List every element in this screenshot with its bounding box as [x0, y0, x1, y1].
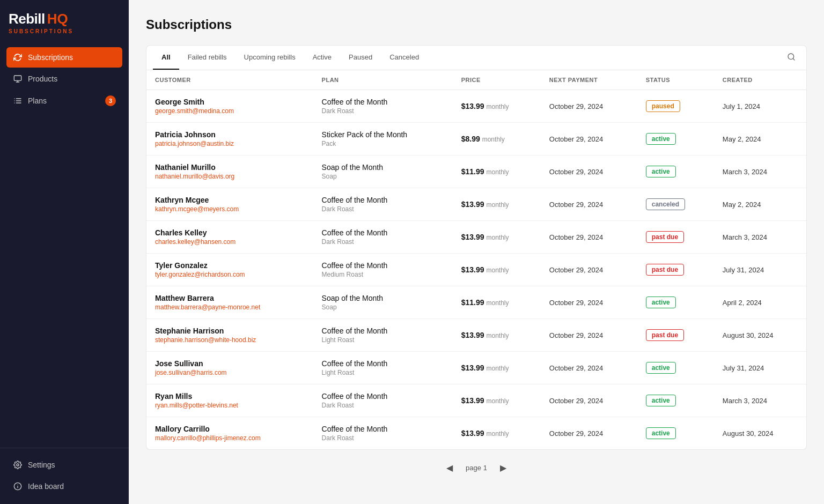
- table-row[interactable]: Mallory Carrillo mallory.carrillo@philli…: [146, 417, 806, 450]
- customer-name: Kathryn Mcgee: [155, 196, 305, 204]
- col-plan: PLAN: [313, 70, 453, 90]
- table-row[interactable]: Kathryn Mcgee kathryn.mcgee@meyers.com C…: [146, 188, 806, 221]
- plan-variant: Dark Roast: [322, 205, 444, 213]
- next-payment: October 29, 2024: [541, 417, 637, 450]
- price-period: monthly: [486, 397, 509, 405]
- plan-name: Coffee of the Month: [322, 261, 444, 270]
- status-badge: past due: [646, 264, 684, 276]
- customer-name: George Smith: [155, 98, 305, 106]
- tab-paused[interactable]: Paused: [340, 46, 381, 70]
- customer-name: Mallory Carrillo: [155, 425, 305, 433]
- table-row[interactable]: Nathaniel Murillo nathaniel.murillo@davi…: [146, 155, 806, 188]
- plan-variant: Light Roast: [322, 369, 444, 376]
- customer-name: Matthew Barrera: [155, 294, 305, 302]
- next-payment: October 29, 2024: [541, 90, 637, 123]
- col-status: STATUS: [637, 70, 714, 90]
- logo: Rebill HQ SUBSCRIPTIONS: [0, 0, 129, 43]
- price-period: monthly: [486, 365, 509, 372]
- status-badge: active: [646, 395, 676, 406]
- status-badge: past due: [646, 231, 684, 243]
- price: $8.99: [461, 135, 480, 143]
- price-period: monthly: [486, 234, 509, 241]
- next-payment: October 29, 2024: [541, 155, 637, 188]
- customer-name: Ryan Mills: [155, 392, 305, 401]
- sidebar-item-products[interactable]: Products: [6, 69, 122, 89]
- price: $13.99: [461, 331, 484, 339]
- tab-all[interactable]: All: [153, 46, 179, 70]
- created-date: April 2, 2024: [714, 286, 806, 319]
- price-period: monthly: [486, 332, 509, 339]
- plan-variant: Dark Roast: [322, 238, 444, 246]
- price-period: monthly: [486, 266, 509, 274]
- sidebar-item-subscriptions[interactable]: Subscriptions: [6, 47, 122, 68]
- table-row[interactable]: George Smith george.smith@medina.com Cof…: [146, 90, 806, 123]
- price-period: monthly: [486, 201, 509, 209]
- customer-email: charles.kelley@hansen.com: [155, 238, 305, 246]
- plan-variant: Light Roast: [322, 336, 444, 344]
- price: $13.99: [461, 265, 484, 274]
- sidebar-item-settings-label: Settings: [28, 461, 55, 469]
- created-date: August 30, 2024: [714, 417, 806, 450]
- next-page-button[interactable]: ▶: [496, 461, 511, 475]
- table-row[interactable]: Tyler Gonzalez tyler.gonzalez@richardson…: [146, 254, 806, 286]
- customer-name: Jose Sullivan: [155, 359, 305, 368]
- customer-name: Charles Kelley: [155, 228, 305, 237]
- col-next-payment: NEXT PAYMENT: [541, 70, 637, 90]
- main-content: Subscriptions All Failed rebills Upcomin…: [129, 0, 824, 504]
- svg-rect-0: [14, 76, 21, 80]
- subscriptions-table: CUSTOMER PLAN PRICE NEXT PAYMENT STATUS …: [146, 70, 807, 450]
- tab-canceled[interactable]: Canceled: [381, 46, 428, 70]
- table-row[interactable]: Charles Kelley charles.kelley@hansen.com…: [146, 221, 806, 254]
- plan-variant: Dark Roast: [322, 107, 444, 115]
- price-period: monthly: [486, 103, 509, 110]
- price: $11.99: [461, 298, 484, 307]
- customer-email: patricia.johnson@austin.biz: [155, 140, 305, 147]
- table-row[interactable]: Matthew Barrera matthew.barrera@payne-mo…: [146, 286, 806, 319]
- tab-active[interactable]: Active: [304, 46, 340, 70]
- sidebar-item-idea-board[interactable]: Idea board: [6, 476, 122, 496]
- sidebar-item-settings[interactable]: Settings: [6, 455, 122, 475]
- col-customer: CUSTOMER: [146, 70, 313, 90]
- customer-email: ryan.mills@potter-blevins.net: [155, 402, 305, 409]
- plans-badge: 3: [105, 95, 116, 106]
- customer-email: matthew.barrera@payne-monroe.net: [155, 303, 305, 311]
- plan-name: Coffee of the Month: [322, 327, 444, 335]
- plan-name: Coffee of the Month: [322, 228, 444, 237]
- plan-variant: Dark Roast: [322, 402, 444, 409]
- sidebar-item-idea-board-label: Idea board: [28, 482, 64, 491]
- table-row[interactable]: Ryan Mills ryan.mills@potter-blevins.net…: [146, 384, 806, 417]
- search-icon: [787, 53, 796, 61]
- sidebar-item-plans[interactable]: Plans 3: [6, 90, 122, 112]
- price-period: monthly: [482, 136, 505, 143]
- prev-page-button[interactable]: ◀: [442, 461, 457, 475]
- table-row[interactable]: Stephanie Harrison stephanie.harrison@wh…: [146, 319, 806, 352]
- search-button[interactable]: [783, 48, 800, 67]
- box-icon: [13, 74, 23, 84]
- next-payment: October 29, 2024: [541, 384, 637, 417]
- status-badge: active: [646, 427, 676, 439]
- created-date: August 30, 2024: [714, 319, 806, 352]
- logo-hq: HQ: [47, 11, 68, 27]
- plan-variant: Dark Roast: [322, 434, 444, 442]
- created-date: March 3, 2024: [714, 221, 806, 254]
- plan-variant: Soap: [322, 303, 444, 311]
- next-payment: October 29, 2024: [541, 319, 637, 352]
- plan-name: Coffee of the Month: [322, 196, 444, 204]
- price: $13.99: [461, 102, 484, 110]
- gear-icon: [13, 460, 23, 470]
- svg-line-14: [793, 58, 794, 60]
- price: $13.99: [461, 233, 484, 241]
- status-badge: active: [646, 297, 676, 308]
- col-created: CREATED: [714, 70, 806, 90]
- customer-email: nathaniel.murillo@davis.org: [155, 173, 305, 180]
- refresh-icon: [13, 53, 23, 62]
- tab-upcoming-rebills[interactable]: Upcoming rebills: [236, 46, 304, 70]
- table-header-row: CUSTOMER PLAN PRICE NEXT PAYMENT STATUS …: [146, 70, 806, 90]
- pagination: ◀ page 1 ▶: [146, 450, 807, 486]
- table-row[interactable]: Jose Sullivan jose.sullivan@harris.com C…: [146, 352, 806, 384]
- status-badge: active: [646, 362, 676, 374]
- customer-email: jose.sullivan@harris.com: [155, 369, 305, 376]
- tab-failed-rebills[interactable]: Failed rebills: [179, 46, 236, 70]
- customer-name: Patricia Johnson: [155, 130, 305, 139]
- table-row[interactable]: Patricia Johnson patricia.johnson@austin…: [146, 123, 806, 155]
